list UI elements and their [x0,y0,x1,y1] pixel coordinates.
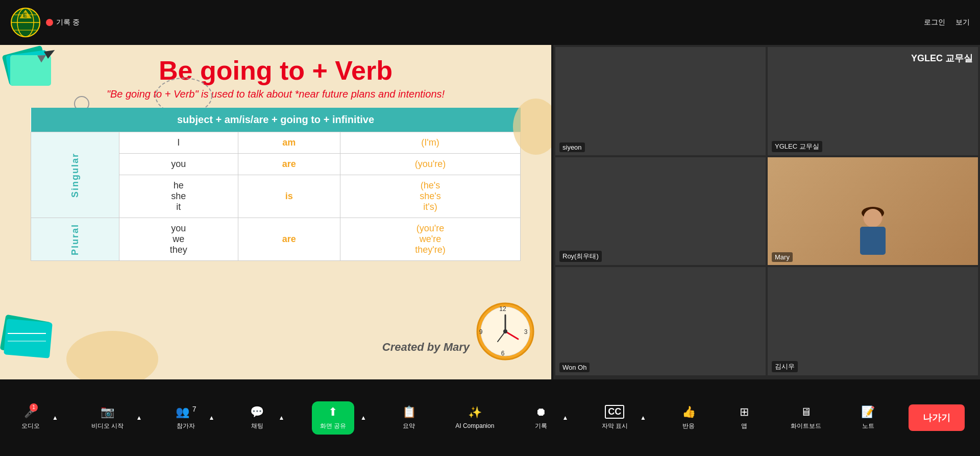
clock-illustration: 12 3 6 9 [475,301,536,364]
bottom-toolbar: 1 🎤 오디오 ▲ 📷⁻ 비디오 시작 ▲ 👥 7 참가자 ▲ 💬 채팅 ▲ [0,379,980,456]
companion-label: AI Companion [455,422,494,429]
chat-icon: 💬 [250,405,264,419]
grammar-table: subject + am/is/are + going to + infinit… [31,108,521,261]
toolbar-group-captions: CC 자막 표시 ▲ [596,401,648,435]
notes-icon: 📝 [861,405,875,419]
recording-text: 기록 중 [56,18,80,27]
reactions-icon: 👍 [682,405,696,419]
summary-button[interactable]: 📋 요약 [394,401,424,435]
top-bar: E 기록 중 로그인 보기 [0,0,980,45]
grammar-header-cell: subject + am/is/are + going to + infinit… [31,108,521,132]
subject-hesheit: hesheit [119,175,238,218]
share-label: 화면 공유 [320,422,346,430]
video-icon: 📷⁻ [101,405,114,419]
toolbar-group-apps: ⊞ 앱 [729,401,760,435]
participant-name-yglec: YGLEC 교무실 [772,141,822,152]
toolbar-group-record: ⏺ 기록 ▲ [526,401,571,435]
svg-text:6: 6 [501,350,505,357]
participants-icon: 👥 7 [176,405,197,419]
summary-label: 요약 [403,422,415,430]
leave-button[interactable]: 나가기 [909,404,965,431]
participant-name-siyeon: siyeon [559,142,585,152]
audio-badge: 1 [30,403,38,412]
apps-label: 앱 [741,422,747,430]
captions-caret[interactable]: ▲ [638,413,648,422]
svg-rect-32 [860,227,886,255]
blob-decor-right [510,96,551,157]
chat-button[interactable]: 💬 채팅 [242,401,273,435]
record-label: 기록 [535,422,547,430]
share-button[interactable]: ⬆ 화면 공유 [312,401,354,435]
recording-indicator: 기록 중 [46,18,80,27]
subject-you: you [119,154,238,175]
record-button[interactable]: ⏺ 기록 [526,401,556,435]
subject-i: I [119,132,238,154]
reactions-label: 반응 [682,422,695,430]
svg-point-28 [513,99,551,155]
svg-text:9: 9 [479,328,483,335]
apps-icon: ⊞ [740,405,749,419]
toolbar-group-video: 📷⁻ 비디오 시작 ▲ [85,401,144,435]
participants-caret[interactable]: ▲ [206,413,216,422]
participant-name-wonoh: Won Oh [559,363,590,372]
grammar-row-i: Singular I am (I'm) [31,132,521,154]
toolbar-group-summary: 📋 요약 [394,401,424,435]
toolbar-group-audio: 1 🎤 오디오 ▲ [15,401,60,435]
grammar-row-plural: Plural youwethey are (you'rewe'rethey're… [31,218,521,261]
rec-dot [46,19,53,26]
svg-text:E: E [23,12,27,19]
contraction-hes: (he'sshe'sit's) [340,175,521,218]
chat-caret[interactable]: ▲ [277,413,287,422]
whiteboard-button[interactable]: 🖥 화이트보드 [785,401,827,435]
notes-button[interactable]: 📝 노트 [853,401,884,435]
svg-text:3: 3 [524,328,528,335]
toolbar-group-reactions: 👍 반응 [673,401,704,435]
grammar-header-row: subject + am/is/are + going to + infinit… [31,108,521,132]
reactions-button[interactable]: 👍 반응 [673,401,704,435]
apps-button[interactable]: ⊞ 앱 [729,401,760,435]
verb-am: am [238,132,340,154]
main-content: Be going to + Verb "Be going to + Verb" … [0,45,980,379]
view-button[interactable]: 보기 [955,18,970,27]
participants-button[interactable]: 👥 7 참가자 [169,401,203,435]
slide-deco-bottomleft [0,308,61,379]
top-right-controls: 로그인 보기 [924,18,970,27]
whiteboard-label: 화이트보드 [791,422,821,430]
verb-are: are [238,154,340,175]
video-button[interactable]: 📷⁻ 비디오 시작 [85,401,130,435]
created-by-text: Created by Mary [382,341,470,354]
slide-title: Be going to + Verb [0,45,551,88]
captions-button[interactable]: CC 자막 표시 [596,401,634,435]
participant-name-kimsiw: 김시우 [772,361,798,372]
summary-icon: 📋 [402,405,416,419]
svg-text:12: 12 [499,305,506,313]
video-caret[interactable]: ▲ [134,413,144,422]
contraction-youre: (you're) [340,154,521,175]
audio-caret[interactable]: ▲ [50,413,60,422]
companion-button[interactable]: ✨ AI Companion [449,402,500,434]
audio-button[interactable]: 1 🎤 오디오 [15,401,46,435]
contraction-plural: (you'rewe'rethey're) [340,218,521,261]
login-button[interactable]: 로그인 [924,18,945,27]
companion-icon: ✨ [468,406,482,419]
svg-rect-9 [10,55,51,86]
participant-name-mary: Mary [772,252,793,262]
verb-are-plural: are [238,218,340,261]
singular-label: Singular [31,132,119,218]
toolbar-group-chat: 💬 채팅 ▲ [242,401,287,435]
record-icon: ⏺ [535,405,547,419]
share-caret[interactable]: ▲ [358,413,369,422]
plural-label: Plural [31,218,119,261]
participant-tile-roy: Roy(최우태) [555,157,766,266]
participant-tile-kimsiw: 김시우 [768,267,978,375]
record-caret[interactable]: ▲ [560,413,571,422]
yglec-room-label: YGLEC 교무실 [911,52,973,64]
toolbar-group-share: ⬆ 화면 공유 ▲ [312,401,369,435]
app-logo: E [10,7,41,38]
verb-is: is [238,175,340,218]
share-icon: ⬆ [328,405,337,419]
svg-point-31 [864,209,882,227]
blob-decor [61,323,163,379]
toolbar-group-participants: 👥 7 참가자 ▲ [169,401,217,435]
toolbar-group-companion: ✨ AI Companion [449,402,500,434]
